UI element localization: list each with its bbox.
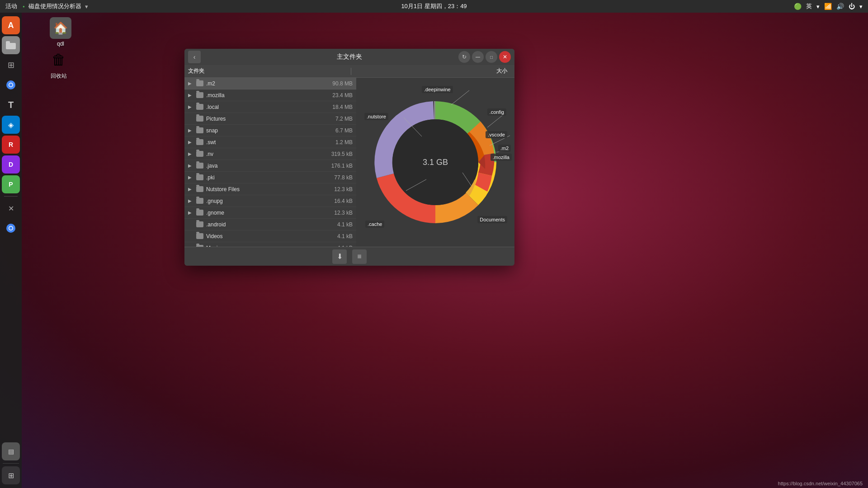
- folder-icon: [195, 244, 204, 247]
- file-row[interactable]: ▶.gnome12.3 kB: [184, 207, 356, 219]
- dock-ssd[interactable]: ▤: [2, 442, 20, 460]
- folder-icon: [195, 115, 204, 122]
- chart-label-vscode: .vscode: [486, 131, 507, 138]
- toolbar-menu-btn[interactable]: ≡: [352, 249, 367, 264]
- toolbar-download-btn[interactable]: ⬇: [332, 249, 347, 264]
- file-expand-arrow[interactable]: ▶: [188, 128, 195, 133]
- folder-icon: [195, 209, 204, 216]
- dock-rider[interactable]: R: [2, 136, 20, 154]
- minimize-button[interactable]: ─: [472, 51, 484, 63]
- dock-apps[interactable]: ⊞: [2, 56, 20, 74]
- chart-label-nutstore: .nutstore: [364, 113, 388, 120]
- file-row[interactable]: Pictures7.2 MB: [184, 113, 356, 125]
- file-expand-arrow[interactable]: ▶: [188, 140, 195, 145]
- file-name: Videos: [206, 233, 321, 239]
- file-row[interactable]: ▶Nutstore Files12.3 kB: [184, 183, 356, 195]
- folder-icon: [195, 162, 204, 169]
- file-name: .nv: [206, 151, 321, 157]
- file-name: .swt: [206, 139, 321, 145]
- file-size: 12.3 kB: [321, 210, 353, 216]
- dock-bottom: ▤ ⊞: [2, 442, 20, 484]
- dock-bottom-separator: [3, 463, 19, 464]
- power-dropdown[interactable]: ▾: [859, 3, 863, 10]
- folder-icon: [195, 127, 204, 134]
- svg-rect-0: [6, 43, 16, 49]
- app-window: ‹ 主文件夹 ↻ ─ □ ✕ 文件夹 大小 ▶.m290.8 MB▶.mozil…: [184, 49, 514, 266]
- refresh-button[interactable]: ↻: [458, 51, 470, 63]
- col-folder-header: 文件夹: [188, 67, 351, 75]
- file-row[interactable]: ▶.pki77.8 kB: [184, 172, 356, 183]
- title-bar-controls: ↻ ─ □ ✕: [458, 51, 511, 63]
- file-name: .android: [206, 221, 321, 228]
- dock-datagrip[interactable]: D: [2, 155, 20, 174]
- folder-icon: [195, 150, 204, 158]
- lang-indicator[interactable]: 英: [806, 2, 812, 10]
- chart-label-config: .config: [487, 108, 506, 116]
- dock-chromium[interactable]: [2, 219, 20, 237]
- dropdown-arrow[interactable]: ▾: [85, 3, 88, 10]
- chart-label-deepinwine: .deepinwine: [422, 86, 453, 93]
- file-row[interactable]: ▶.gnupg16.4 kB: [184, 195, 356, 207]
- file-row[interactable]: ▶.java176.1 kB: [184, 160, 356, 172]
- file-name: .gnupg: [206, 198, 321, 204]
- chart-label-m2: .m2: [498, 145, 511, 152]
- close-button[interactable]: ✕: [499, 51, 511, 63]
- file-row[interactable]: ▶.nv319.5 kB: [184, 148, 356, 160]
- lang-dropdown[interactable]: ▾: [816, 3, 820, 10]
- nutstore-icon: 🟢: [794, 3, 802, 10]
- file-size: 16.4 kB: [321, 198, 353, 204]
- back-button[interactable]: ‹: [188, 51, 201, 63]
- folder-icon: [195, 174, 204, 181]
- file-name: .m2: [206, 80, 321, 87]
- app-dot: ●: [23, 5, 25, 9]
- dock-x[interactable]: ✕: [2, 199, 20, 217]
- file-row[interactable]: ▶.local18.4 MB: [184, 101, 356, 113]
- file-expand-arrow[interactable]: ▶: [188, 187, 195, 192]
- desktop-icon-trash[interactable]: 🗑 回收站: [48, 49, 70, 80]
- col-size-header: 大小: [355, 67, 511, 75]
- file-list: ▶.m290.8 MB▶.mozilla23.4 MB▶.local18.4 M…: [184, 78, 356, 247]
- file-size: 7.2 MB: [321, 116, 353, 122]
- dock-left: A ⊞ T ◈ R D P ✕ ▤: [0, 13, 22, 488]
- file-name: .pki: [206, 174, 321, 181]
- file-name: snap: [206, 127, 321, 134]
- file-row[interactable]: ▶.mozilla23.4 MB: [184, 89, 356, 101]
- file-size: 176.1 kB: [321, 163, 353, 169]
- svg-point-7: [9, 227, 13, 230]
- dock-pycharm[interactable]: P: [2, 175, 20, 193]
- taskbar-left: 活动 ● 磁盘使用情况分析器 ▾: [5, 2, 88, 10]
- file-row[interactable]: .android4.1 kB: [184, 219, 356, 230]
- file-row[interactable]: ▶.swt1.2 MB: [184, 136, 356, 148]
- file-row[interactable]: Music4.1 kB: [184, 242, 356, 247]
- file-expand-arrow[interactable]: ▶: [188, 175, 195, 180]
- dock-text-editor[interactable]: T: [2, 96, 20, 114]
- maximize-button[interactable]: □: [486, 51, 497, 63]
- dock-show-apps[interactable]: ⊞: [2, 466, 20, 484]
- file-expand-arrow[interactable]: ▶: [188, 104, 195, 109]
- file-size: 319.5 kB: [321, 151, 353, 157]
- file-row[interactable]: Videos4.1 kB: [184, 230, 356, 242]
- app-indicator-label[interactable]: 磁盘使用情况分析器: [28, 2, 81, 10]
- file-expand-arrow[interactable]: ▶: [188, 93, 195, 98]
- title-bar: ‹ 主文件夹 ↻ ─ □ ✕: [184, 49, 514, 65]
- file-expand-arrow[interactable]: ▶: [188, 198, 195, 203]
- dock-app-store[interactable]: A: [2, 16, 20, 34]
- dock-vscode[interactable]: ◈: [2, 116, 20, 134]
- window-title: 主文件夹: [337, 53, 362, 61]
- file-expand-arrow[interactable]: ▶: [188, 210, 195, 215]
- desktop-icon-qdl[interactable]: 🏠 qdl: [50, 17, 71, 47]
- taskbar-datetime[interactable]: 10月1日 星期四，23：49: [401, 2, 467, 10]
- dock-separator: [4, 196, 18, 197]
- file-name: Nutstore Files: [206, 186, 321, 192]
- file-row[interactable]: ▶.m290.8 MB: [184, 78, 356, 89]
- col-divider: [351, 68, 351, 75]
- activity-label[interactable]: 活动: [5, 2, 17, 10]
- dock-files[interactable]: [2, 36, 20, 54]
- file-expand-arrow[interactable]: ▶: [188, 151, 195, 156]
- file-name: .local: [206, 104, 321, 110]
- file-expand-arrow[interactable]: ▶: [188, 81, 195, 86]
- file-expand-arrow[interactable]: ▶: [188, 163, 195, 168]
- file-row[interactable]: ▶snap6.7 MB: [184, 125, 356, 136]
- dock-chrome[interactable]: [2, 76, 20, 94]
- desktop-icon-qdl-label: qdl: [57, 41, 64, 47]
